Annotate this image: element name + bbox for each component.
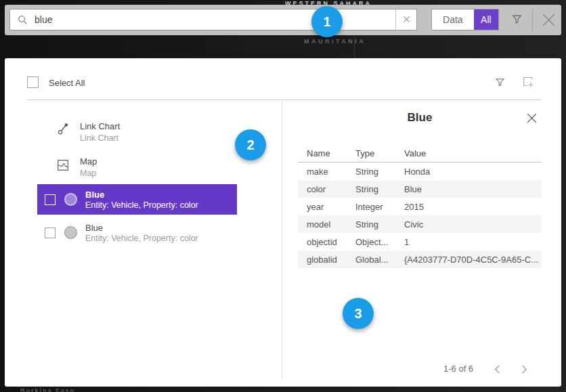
result-subtitle: Entity: Vehicle, Property: color (85, 234, 198, 243)
app-window: WESTERN SAHARA MAURITANIA Burkina Faso D… (0, 0, 566, 392)
list-detail-divider (282, 102, 282, 379)
link-chart-icon (58, 122, 70, 138)
clear-search-button[interactable] (395, 9, 416, 30)
search-box (9, 9, 417, 30)
clear-x-icon (403, 14, 410, 26)
close-search-icon[interactable] (540, 11, 558, 32)
map-label-burkina-faso: Burkina Faso (20, 387, 75, 392)
search-icon (18, 15, 28, 25)
table-row: objectid Object... 1 (298, 233, 542, 251)
detail-close-icon[interactable] (526, 112, 538, 127)
callout-badge-1: 1 (311, 6, 343, 37)
item-checkbox[interactable] (45, 194, 56, 205)
table-row: globalid Global... {A4203777-D70D-4C5C-9… (298, 251, 542, 268)
toolbar-divider (532, 8, 533, 32)
result-title: Blue (85, 223, 103, 233)
result-subtitle: Link Chart (80, 133, 120, 143)
result-title: Link Chart (80, 121, 120, 131)
data-all-toggle: Data All (431, 9, 499, 30)
result-item-blue-selected[interactable]: Blue Entity: Vehicle, Property: color (37, 184, 237, 215)
search-toolbar: Data All (5, 5, 561, 35)
pagination-label: 1-6 of 6 (443, 364, 473, 374)
col-name: Name (307, 148, 355, 158)
chevron-left-icon[interactable] (494, 364, 500, 376)
toggle-option-data[interactable]: Data (432, 9, 474, 30)
select-all-checkbox[interactable] (27, 77, 39, 88)
col-type: Type (355, 148, 404, 158)
result-subtitle: Map (80, 169, 97, 178)
table-row: color String Blue (298, 180, 542, 198)
result-title: Map (80, 156, 97, 167)
toggle-option-all[interactable]: All (474, 9, 498, 30)
table-row: make String Honda (298, 162, 542, 180)
chevron-right-icon[interactable] (521, 364, 527, 376)
entity-circle-icon (64, 193, 77, 206)
result-subtitle: Entity: Vehicle, Property: color (85, 200, 198, 210)
search-results-panel: Select All Link Chart Link Chart Map (5, 58, 561, 387)
map-label-western-sahara: WESTERN SAHARA (285, 0, 372, 5)
col-value: Value (404, 148, 542, 158)
callout-badge-2: 2 (235, 129, 266, 160)
result-title: Blue (85, 190, 104, 200)
callout-badge-3: 3 (343, 298, 374, 329)
table-row: year Integer 2015 (298, 198, 542, 215)
detail-title: Blue (298, 111, 542, 125)
results-filter-icon[interactable] (494, 76, 506, 91)
map-label-mauritania: MAURITANIA (304, 38, 366, 45)
result-item-blue[interactable]: Blue Entity: Vehicle, Property: color (37, 219, 237, 246)
item-checkbox[interactable] (45, 227, 56, 238)
map-icon (58, 160, 68, 173)
map-country-border (354, 35, 355, 58)
header-divider (27, 100, 540, 100)
attribute-table: Name Type Value make String Honda color … (298, 145, 542, 268)
table-header: Name Type Value (298, 145, 542, 162)
select-all-label: Select All (49, 78, 85, 88)
table-row: model String Civic (298, 215, 542, 233)
filter-icon[interactable] (510, 12, 524, 29)
entity-circle-icon (64, 226, 77, 239)
add-to-selection-icon[interactable] (522, 76, 534, 91)
